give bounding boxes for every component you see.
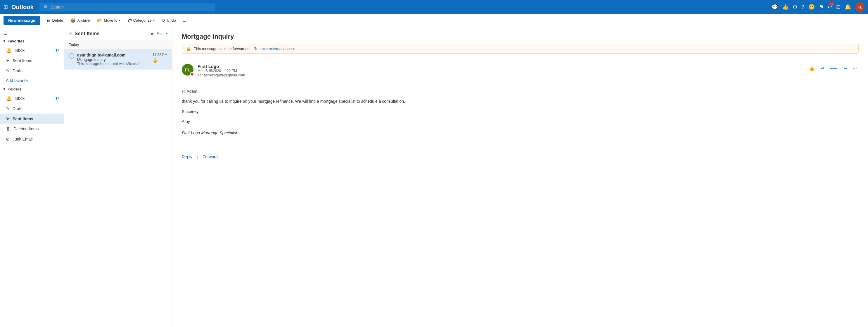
sidebar: ☰ ▾ Favorites 🔔 Inbox 17 ➤ Sent Items ✎ … <box>0 27 64 327</box>
body-greeting: Hi Adam, <box>182 88 859 94</box>
reply-all-button[interactable]: ↩↩ <box>828 64 839 73</box>
sent-icon-fav: ➤ <box>6 58 10 63</box>
filter-button[interactable]: Filter ▾ <box>156 31 167 36</box>
body-signature: First Logo Mortgage Specialist <box>182 130 859 136</box>
topbar: ⊞ Outlook 🔍 💬 👍 ⚙ ? 🙂 ⚑ ↩ 19 ⊟ 🔔 FL <box>0 0 868 14</box>
settings-icon[interactable]: ⚙ <box>793 4 797 10</box>
sidebar-item-deleted[interactable]: 🗑 Deleted Items <box>0 124 64 134</box>
sidebar-item-junk[interactable]: ⊘ Junk Email <box>0 134 64 144</box>
topbar-icons: 💬 👍 ⚙ ? 🙂 ⚑ ↩ 19 ⊟ 🔔 FL <box>772 2 865 12</box>
sidebar-item-inbox[interactable]: 🔔 Inbox 17 <box>0 93 64 103</box>
undo-button[interactable]: ↺ Undo <box>159 16 179 25</box>
sidebar-item-favorites-inbox[interactable]: 🔔 Inbox 17 <box>0 45 64 55</box>
star-icon[interactable]: ★ <box>150 31 154 36</box>
favorites-section-header[interactable]: ▾ Favorites <box>0 37 64 45</box>
message-list-panel: ○ Sent Items ★ Filter ▾ Today asmithigni… <box>64 27 173 327</box>
folder-name-label: Sent Items <box>74 31 148 36</box>
add-favorite-link[interactable]: Add favorite <box>0 76 64 85</box>
message-radio-0[interactable] <box>69 53 74 59</box>
email-date: Mon 6/15/2020 11:22 PM <box>197 69 803 73</box>
email-to-line: To: asmithignite@gmail.com <box>197 73 803 77</box>
archive-icon: 📦 <box>70 18 76 23</box>
thumbsup-button[interactable]: 👍 <box>807 64 816 73</box>
message-meta-0: 11:22 PM 🔒 <box>153 53 167 63</box>
hamburger-toggle[interactable]: ☰ <box>0 29 64 37</box>
footer-separator: | <box>197 155 198 159</box>
main-layout: ☰ ▾ Favorites 🔔 Inbox 17 ➤ Sent Items ✎ … <box>0 27 868 327</box>
sender-avatar: FL <box>182 64 193 76</box>
sidebar-item-favorites-sent[interactable]: ➤ Sent Items <box>0 55 64 65</box>
protected-banner: 🔒 This message can't be forwarded. Remov… <box>182 44 859 54</box>
message-time-0: 11:22 PM <box>153 53 167 57</box>
sidebar-item-drafts[interactable]: ✎ Drafts <box>0 103 64 114</box>
reading-header: Mortgage Inquiry 🔒 This message can't be… <box>173 27 868 60</box>
more-options-button[interactable]: ··· <box>851 64 859 73</box>
bell-icon[interactable]: 🔔 <box>845 4 851 10</box>
delete-button[interactable]: 🗑 Delete <box>43 16 66 25</box>
sender-status-badge <box>190 72 194 76</box>
body-name: Amy <box>182 118 859 125</box>
search-box[interactable]: 🔍 <box>39 3 215 11</box>
sidebar-item-favorites-drafts[interactable]: ✎ Drafts <box>0 65 64 76</box>
message-group-today: Today <box>64 40 172 49</box>
body-paragraph-1: thank you for calling us to inquire on y… <box>182 98 859 105</box>
email-subject: Mortgage Inquiry <box>182 33 859 40</box>
lock-icon: 🔒 <box>153 58 157 63</box>
deleted-icon: 🗑 <box>6 126 10 132</box>
message-item-0[interactable]: asmithignite@gmail.com Mortgage Inquiry … <box>64 49 172 70</box>
undo-icon: ↺ <box>162 18 165 23</box>
chevron-down-icon-fav: ▾ <box>3 39 5 43</box>
apps-icon[interactable]: ⊟ <box>836 4 840 10</box>
forward-button-header[interactable]: ↪ <box>842 64 849 73</box>
message-subject-0: Mortgage Inquiry <box>77 57 150 62</box>
waffle-icon[interactable]: ⊞ <box>3 4 8 10</box>
email-header-row: FL First Logo Mon 6/15/2020 11:22 PM To:… <box>173 60 868 81</box>
chevron-down-icon: ▾ <box>119 19 120 22</box>
reply-footer-button[interactable]: Reply <box>182 153 192 161</box>
email-action-buttons: 👍 ↩ ↩↩ ↪ ··· <box>807 64 859 73</box>
search-input[interactable] <box>51 5 211 9</box>
actionbar: New message 🗑 Delete 📦 Archive 📂 Move to… <box>0 14 868 27</box>
skype-icon[interactable]: 💬 <box>772 4 778 10</box>
message-list-header: ○ Sent Items ★ Filter ▾ <box>64 27 172 40</box>
feedback-icon[interactable]: 👍 <box>782 4 788 10</box>
forward-footer-button[interactable]: Forward <box>203 153 217 161</box>
emoji-icon[interactable]: 🙂 <box>808 4 815 10</box>
delete-icon: 🗑 <box>46 18 51 23</box>
chevron-down-icon-filter: ▾ <box>166 32 167 35</box>
sent-icon: ➤ <box>6 116 10 121</box>
notifications-icon[interactable]: ↩ 19 <box>828 4 832 10</box>
reply-button-header[interactable]: ↩ <box>818 64 826 73</box>
archive-button[interactable]: 📦 Archive <box>67 16 93 25</box>
more-button[interactable]: ... <box>180 17 189 24</box>
chevron-down-icon-folders: ▾ <box>3 87 5 91</box>
new-message-button[interactable]: New message <box>3 16 40 25</box>
user-avatar[interactable]: FL <box>855 2 865 12</box>
message-content-0: asmithignite@gmail.com Mortgage Inquiry … <box>77 53 150 66</box>
move-icon: 📂 <box>97 18 102 23</box>
select-all-circle[interactable]: ○ <box>69 30 72 36</box>
search-icon: 🔍 <box>43 5 49 9</box>
move-to-button[interactable]: 📂 Move to ▾ <box>94 16 123 25</box>
categorize-icon: 🏷 <box>127 18 132 23</box>
drafts-icon: ✎ <box>6 106 10 111</box>
hamburger-icon: ☰ <box>3 31 7 35</box>
sidebar-item-sent[interactable]: ➤ Sent Items <box>0 114 64 124</box>
chevron-down-icon-2: ▾ <box>153 19 155 22</box>
help-icon[interactable]: ? <box>801 4 804 10</box>
drafts-icon-fav: ✎ <box>6 68 10 74</box>
sender-name: First Logo <box>197 64 803 69</box>
flag-icon[interactable]: ⚑ <box>819 4 824 10</box>
categorize-button[interactable]: 🏷 Categorize ▾ <box>124 16 157 25</box>
email-body: Hi Adam, thank you for calling us to inq… <box>173 81 868 149</box>
app-title: Outlook <box>11 4 34 10</box>
sender-info: First Logo Mon 6/15/2020 11:22 PM To: as… <box>197 64 803 77</box>
message-preview-0: This message is protected with Microsoft… <box>77 62 150 66</box>
inbox-icon: 🔔 <box>6 48 12 53</box>
reading-pane: Mortgage Inquiry 🔒 This message can't be… <box>173 27 868 327</box>
message-sender-0: asmithignite@gmail.com <box>77 53 150 57</box>
junk-icon: ⊘ <box>6 136 10 142</box>
remove-access-link[interactable]: Remove external access <box>254 47 295 51</box>
notification-badge: 19 <box>829 2 834 6</box>
folders-section-header[interactable]: ▾ Folders <box>0 85 64 93</box>
